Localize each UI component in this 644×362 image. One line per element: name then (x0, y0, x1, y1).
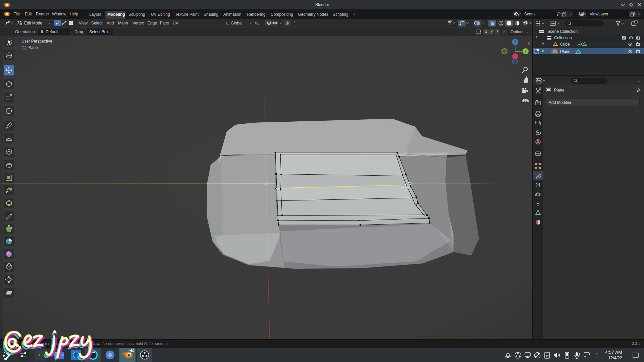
svg-text:Y: Y (491, 30, 493, 34)
svg-text:X: X (485, 30, 487, 34)
svg-text:Z: Z (496, 30, 498, 34)
svg-text:Y: Y (525, 50, 527, 53)
svg-text:Z: Z (514, 40, 516, 44)
